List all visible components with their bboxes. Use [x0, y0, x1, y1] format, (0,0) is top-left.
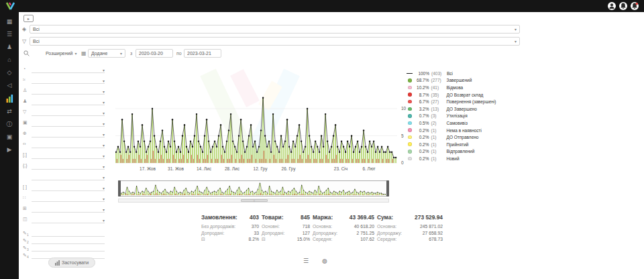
custom-field-2-icon: ✎2 — [23, 238, 32, 244]
navigator-right-handle[interactable] — [386, 180, 389, 197]
filter-5-dropdown[interactable]: ▾ — [32, 108, 105, 116]
date-to-value: 2023-03-21 — [187, 51, 211, 56]
svg-text:10: 10 — [401, 106, 407, 111]
filter-1-dropdown[interactable]: ▾ — [32, 65, 105, 73]
apply-filters-button[interactable]: Застосувати — [48, 258, 95, 268]
legend-item[interactable]: 0.2%(1)Нема в наявності — [407, 127, 527, 134]
legend-item[interactable]: 0.7%(3)Утилізація — [407, 113, 527, 120]
legend-item[interactable]: 0.2%(1)Прийнятий — [407, 141, 527, 148]
filter-3-dropdown[interactable]: ▾ — [32, 87, 105, 95]
filter-15-dropdown[interactable]: ▾ — [32, 215, 105, 223]
rail-info-icon[interactable]: ⓘ — [4, 121, 15, 128]
rail-integrations-icon[interactable]: ⇄ — [4, 108, 15, 115]
summary-value: 273 529.94 — [415, 214, 443, 221]
legend-item[interactable]: 6.7%(27)Повернення (завершені) — [407, 98, 527, 105]
summary-row-value: 718 — [303, 224, 310, 229]
rail-dashboard-icon[interactable]: ▦ — [4, 18, 15, 25]
filter-14-icon: ⊞ — [23, 206, 32, 211]
notifications-button[interactable] — [619, 2, 627, 10]
chevron-down-icon: ▾ — [515, 39, 517, 44]
account-button[interactable] — [608, 2, 616, 10]
video-widget-icon[interactable]: ▸ — [23, 15, 34, 22]
search-icon[interactable] — [23, 50, 30, 56]
alerts-button[interactable] — [631, 2, 639, 10]
legend-item[interactable]: 68.7%(277)Завершений — [407, 77, 527, 85]
date-from-label: з — [130, 51, 132, 56]
globe-icon[interactable]: ◍ — [322, 258, 327, 264]
filter-2-dropdown[interactable]: ▾ — [32, 76, 105, 84]
legend-count: (2) — [431, 121, 447, 125]
summary-row-label: Основна: — [377, 224, 396, 229]
orders-timeseries-chart[interactable]: 051017. Жов31. Жов14. Лис28. Лис12. Гру2… — [115, 64, 414, 173]
legend-label: Прийнятий — [447, 142, 469, 147]
chevron-down-icon: ▾ — [103, 78, 105, 83]
svg-text:28. Лис: 28. Лис — [225, 166, 240, 171]
filter-9-icon: [;] — [23, 152, 32, 157]
svg-text:6. Лют: 6. Лют — [362, 166, 375, 171]
legend-item[interactable]: 8.7%(35)ДО Возврат склад — [407, 91, 527, 99]
legend-item[interactable]: 100%(403)Всі — [407, 70, 527, 77]
filter-6-dropdown[interactable]: ▾ — [32, 119, 105, 127]
rail-orders-icon[interactable]: ☰ — [4, 31, 15, 38]
legend-item[interactable]: 3.2%(13)ДО Завершено — [407, 105, 527, 113]
date-from-input[interactable]: 2020-03-20 — [136, 49, 173, 58]
rail-apps-icon[interactable]: ▣ — [4, 133, 15, 141]
legend-item[interactable]: 10.2%(41)Відмова — [407, 84, 527, 91]
rail-analytics-icon[interactable] — [4, 95, 15, 103]
filter-12-dropdown[interactable]: ▾ — [32, 183, 105, 191]
filter-10-dropdown[interactable]: ▾ — [32, 162, 105, 170]
summary-row-label: Допродажу: — [377, 231, 402, 235]
summary-row-label: Допродані: — [201, 231, 224, 235]
rail-marketing-icon[interactable]: ◁ — [4, 82, 15, 89]
rail-video-icon[interactable]: ▶ — [4, 146, 15, 154]
legend-item[interactable]: 0.2%(1)Відправлений — [407, 148, 527, 156]
navigator-left-handle[interactable] — [118, 180, 121, 197]
svg-text:14. Лис: 14. Лис — [197, 166, 212, 171]
rail-customers-icon[interactable]: ♟ — [4, 44, 15, 51]
legend-count: (1) — [431, 149, 447, 154]
filter-7-icon: ⊕ — [23, 131, 32, 136]
filter-7-dropdown[interactable]: ▾ — [32, 129, 105, 137]
filter-13-icon: ∷ — [23, 195, 32, 201]
chevron-down-icon: ▾ — [74, 51, 76, 56]
custom-field-3-dropdown[interactable] — [32, 246, 105, 252]
detailed-list-icon[interactable]: ☰ — [303, 258, 309, 264]
navigator-scroll-thumb[interactable]: ≡ — [241, 199, 268, 202]
custom-field-1-dropdown[interactable] — [32, 231, 105, 237]
rail-products-icon[interactable]: ◇ — [4, 69, 15, 76]
legend-dot-marker — [408, 157, 412, 161]
bar-chart-icon — [55, 260, 60, 266]
legend-percent: 0.2% — [415, 142, 429, 147]
rail-store-icon[interactable]: ⌂ — [4, 56, 15, 64]
app-logo-icon[interactable] — [5, 2, 15, 11]
source-filter-dropdown[interactable]: Всі ▾ — [30, 37, 520, 46]
summary-title: Маржа: — [313, 214, 333, 221]
navigator-scrollbar[interactable]: ≡ — [118, 199, 389, 203]
filter-4-dropdown[interactable]: ▾ — [32, 97, 105, 105]
legend-dot-marker — [408, 128, 412, 132]
legend-percent: 0.5% — [415, 121, 429, 125]
date-to-input[interactable]: 2023-03-21 — [184, 49, 221, 58]
filter-13-dropdown[interactable]: ▾ — [32, 194, 105, 202]
date-field-dropdown[interactable]: Додане ▾ — [88, 49, 125, 58]
filter-15-icon: ◫ — [23, 217, 32, 222]
bag-icon: ⊟ — [201, 237, 205, 242]
filter-8-dropdown[interactable]: ▾ — [32, 140, 105, 148]
filter-9-dropdown[interactable]: ▾ — [32, 151, 105, 159]
legend-item[interactable]: 0.5%(2)Самовивіз — [407, 119, 527, 127]
chart-navigator[interactable] — [118, 180, 389, 197]
legend-item[interactable]: 0.2%(1)ДО Отправлено — [407, 133, 527, 141]
search-mode-dropdown[interactable]: Розширений ▾ — [43, 49, 76, 58]
apply-filters-label: Застосувати — [62, 260, 89, 265]
custom-field-2-dropdown[interactable] — [32, 239, 105, 244]
legend-item[interactable]: 0.2%(1)Новий — [407, 155, 527, 162]
legend-dot-marker — [408, 78, 412, 82]
chevron-down-icon: ▾ — [515, 27, 517, 32]
filter-11-dropdown[interactable]: ▾ — [32, 172, 105, 180]
legend-count: (1) — [431, 156, 447, 161]
filter-14-dropdown[interactable]: ▾ — [32, 205, 105, 213]
legend-count: (1) — [431, 128, 447, 133]
legend-percent: 0.7% — [415, 113, 429, 118]
status-filter-dropdown[interactable]: Всі ▾ — [30, 25, 520, 34]
source-filter-value: Всі — [33, 39, 40, 44]
